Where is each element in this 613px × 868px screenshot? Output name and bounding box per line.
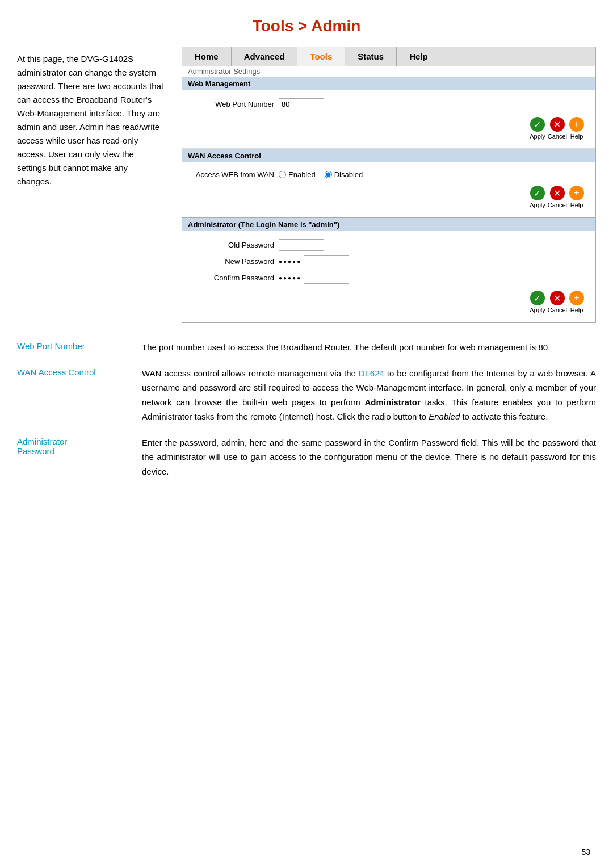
wan-enabled-text: Enabled xyxy=(288,170,316,179)
wan-disabled-label[interactable]: Disabled xyxy=(325,170,363,179)
cancel-label: Cancel xyxy=(548,307,567,313)
new-password-dots: ●●●●● xyxy=(279,258,301,265)
wan-access-row: Access WEB from WAN Enabled Disabled xyxy=(188,168,590,181)
wan-apply-button[interactable]: ✓ Apply xyxy=(530,186,545,208)
wan-access-section: Access WEB from WAN Enabled Disabled ✓ A… xyxy=(182,162,595,217)
desc-term-admin-password: Administrator Password xyxy=(17,435,131,479)
web-help-button[interactable]: + Help xyxy=(569,117,584,140)
cancel-label: Cancel xyxy=(548,133,567,140)
admin-password-actions: ✓ Apply ✕ Cancel + Help xyxy=(188,286,590,319)
cancel-icon: ✕ xyxy=(550,291,565,305)
nav-home[interactable]: Home xyxy=(182,47,232,66)
old-password-label: Old Password xyxy=(188,241,279,249)
nav-tools[interactable]: Tools xyxy=(297,47,345,66)
help-label: Help xyxy=(570,202,583,208)
wan-access-label: Access WEB from WAN xyxy=(188,170,279,179)
wan-disabled-text: Disabled xyxy=(334,170,363,179)
admin-apply-button[interactable]: ✓ Apply xyxy=(530,291,545,313)
apply-icon: ✓ xyxy=(530,186,545,200)
desc-def-wan-access: WAN access control allows remote managem… xyxy=(142,366,596,424)
apply-label: Apply xyxy=(530,202,545,208)
wan-radio-group: Enabled Disabled xyxy=(279,170,363,179)
apply-icon: ✓ xyxy=(530,117,545,132)
help-icon: + xyxy=(569,117,584,132)
web-port-row: Web Port Number xyxy=(188,96,590,112)
nav-help[interactable]: Help xyxy=(397,47,440,66)
apply-icon: ✓ xyxy=(530,291,545,305)
desc-def-web-port: The port number used to access the Broad… xyxy=(142,340,596,355)
wan-cancel-button[interactable]: ✕ Cancel xyxy=(548,186,567,208)
di624-link: DI-624 xyxy=(359,368,384,378)
desc-admin-password: Administrator Password Enter the passwor… xyxy=(17,435,596,479)
wan-disabled-radio[interactable] xyxy=(325,171,332,178)
admin-password-header: Administrator (The Login Name is "admin"… xyxy=(182,217,595,231)
desc-web-port: Web Port Number The port number used to … xyxy=(17,340,596,355)
web-port-label: Web Port Number xyxy=(188,100,279,108)
new-password-input[interactable] xyxy=(304,255,349,267)
left-description: At this page, the DVG-G1402S administrat… xyxy=(17,47,165,323)
help-icon: + xyxy=(569,186,584,200)
cancel-icon: ✕ xyxy=(550,117,565,132)
desc-term-wan-access: WAN Access Control xyxy=(17,366,131,424)
old-password-row: Old Password xyxy=(188,237,590,253)
web-port-input[interactable] xyxy=(279,98,324,110)
wan-access-actions: ✓ Apply ✕ Cancel + Help xyxy=(188,181,590,214)
desc-term-web-port: Web Port Number xyxy=(17,340,131,355)
web-apply-button[interactable]: ✓ Apply xyxy=(530,117,545,140)
page-number: 53 xyxy=(581,848,590,857)
admin-cancel-button[interactable]: ✕ Cancel xyxy=(548,291,567,313)
wan-help-button[interactable]: + Help xyxy=(569,186,584,208)
desc-def-admin-password: Enter the password, admin, here and the … xyxy=(142,435,596,479)
confirm-password-row: Confirm Password ●●●●● xyxy=(188,270,590,286)
help-label: Help xyxy=(570,307,583,313)
cancel-icon: ✕ xyxy=(550,186,565,200)
page-title: Tools > Admin xyxy=(0,0,613,47)
confirm-password-dots: ●●●●● xyxy=(279,275,301,281)
cancel-label: Cancel xyxy=(548,202,567,208)
help-icon: + xyxy=(569,291,584,305)
nav-status[interactable]: Status xyxy=(345,47,397,66)
admin-settings-label: Administrator Settings xyxy=(182,66,595,77)
wan-enabled-label[interactable]: Enabled xyxy=(279,170,316,179)
new-password-row: New Password ●●●●● xyxy=(188,253,590,270)
admin-password-section: Old Password New Password ●●●●● Confirm … xyxy=(182,231,595,322)
admin-help-button[interactable]: + Help xyxy=(569,291,584,313)
nav-advanced[interactable]: Advanced xyxy=(232,47,298,66)
router-ui-panel: Home Advanced Tools Status Help Administ… xyxy=(182,47,596,323)
wan-enabled-radio[interactable] xyxy=(279,171,286,178)
web-management-header: Web Management xyxy=(182,77,595,90)
web-management-actions: ✓ Apply ✕ Cancel + Help xyxy=(188,112,590,145)
nav-bar: Home Advanced Tools Status Help xyxy=(182,47,595,66)
web-management-section: Web Port Number ✓ Apply ✕ Cancel + Help xyxy=(182,90,595,149)
admin-bold: Administrator xyxy=(364,397,420,407)
confirm-password-input[interactable] xyxy=(304,272,349,284)
wan-access-header: WAN Access Control xyxy=(182,149,595,162)
desc-wan-access: WAN Access Control WAN access control al… xyxy=(17,366,596,424)
old-password-input[interactable] xyxy=(279,239,324,251)
enabled-italic: Enabled xyxy=(429,412,460,421)
web-cancel-button[interactable]: ✕ Cancel xyxy=(548,117,567,140)
new-password-label: New Password xyxy=(188,257,279,266)
help-label: Help xyxy=(570,133,583,140)
apply-label: Apply xyxy=(530,307,545,313)
descriptions-section: Web Port Number The port number used to … xyxy=(0,323,613,501)
apply-label: Apply xyxy=(530,133,545,140)
confirm-password-label: Confirm Password xyxy=(188,274,279,282)
